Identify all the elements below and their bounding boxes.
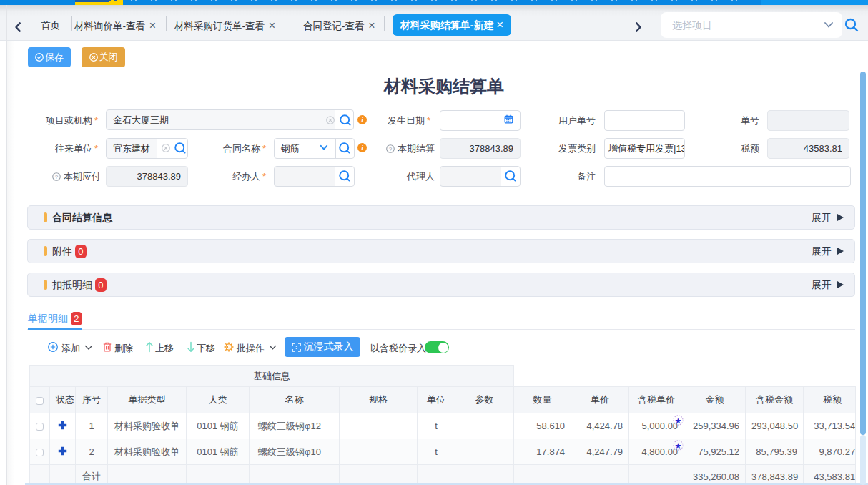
svg-text:?: ? bbox=[389, 146, 393, 152]
svg-text:★: ★ bbox=[675, 441, 682, 450]
svg-text:?: ? bbox=[55, 174, 59, 180]
svg-text:★: ★ bbox=[675, 416, 682, 425]
